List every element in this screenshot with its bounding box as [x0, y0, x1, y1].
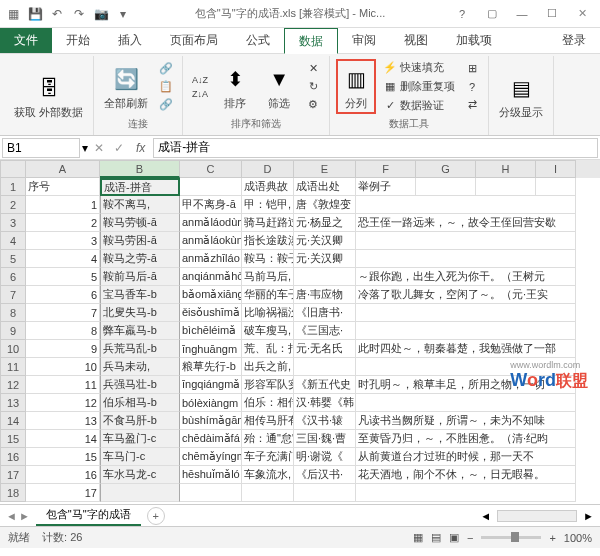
sheet-prev[interactable]: ◄: [6, 510, 17, 522]
maximize-button[interactable]: ☐: [538, 4, 566, 24]
col-header-B[interactable]: B: [100, 160, 180, 178]
cell[interactable]: ～跟你跑，出生入死为你干。（王树元: [356, 268, 576, 286]
cell[interactable]: 明·谢谠《: [294, 448, 356, 466]
cell[interactable]: 鞍不离马,: [100, 196, 180, 214]
cell[interactable]: [180, 178, 242, 196]
outline-button[interactable]: ▤ 分级显示: [495, 70, 547, 120]
zoom-slider[interactable]: [481, 536, 541, 539]
row-header[interactable]: 12: [0, 376, 26, 394]
row-header[interactable]: 6: [0, 268, 26, 286]
cell[interactable]: 凡读书当阙所疑，所谓～，未为不知味: [356, 412, 576, 430]
confirm-icon[interactable]: ✓: [110, 141, 128, 155]
cell[interactable]: [356, 394, 576, 412]
cell[interactable]: [356, 484, 576, 502]
cell[interactable]: 唐·韦应物: [294, 286, 356, 304]
clear-filter[interactable]: ✕: [303, 61, 323, 77]
tab-home[interactable]: 开始: [52, 28, 104, 53]
cell[interactable]: 出兵之前,: [242, 358, 294, 376]
cell[interactable]: 弊车羸马-b: [100, 322, 180, 340]
cell[interactable]: īngqiángmǎ: [180, 376, 242, 394]
row-header[interactable]: 13: [0, 394, 26, 412]
cell[interactable]: anmǎláokùn: [180, 232, 242, 250]
ribbon-toggle[interactable]: ▢: [478, 4, 506, 24]
tab-login[interactable]: 登录: [548, 28, 600, 53]
cell[interactable]: 唐《敦煌变: [294, 196, 356, 214]
sheet-next[interactable]: ►: [19, 510, 30, 522]
hscroll-right[interactable]: ►: [583, 510, 594, 522]
cell[interactable]: 成语出处: [294, 178, 356, 196]
tab-addins[interactable]: 加载项: [442, 28, 506, 53]
row-header[interactable]: 3: [0, 214, 26, 232]
cell[interactable]: 兵荒马乱-b: [100, 340, 180, 358]
save-icon[interactable]: 💾: [26, 5, 44, 23]
cell[interactable]: [536, 178, 576, 196]
name-box[interactable]: B1: [2, 138, 80, 158]
tab-formulas[interactable]: 公式: [232, 28, 284, 53]
row-header[interactable]: 15: [0, 430, 26, 448]
cell[interactable]: [294, 268, 356, 286]
add-sheet[interactable]: +: [147, 507, 165, 525]
sort-button[interactable]: ⬍ 排序: [215, 61, 255, 111]
hscroll-left[interactable]: ◄: [480, 510, 491, 522]
cell[interactable]: 13: [26, 412, 100, 430]
tab-insert[interactable]: 插入: [104, 28, 156, 53]
flash-fill[interactable]: ⚡快速填充: [380, 59, 458, 76]
select-all-corner[interactable]: [0, 160, 26, 178]
cancel-icon[interactable]: ✕: [90, 141, 108, 155]
row-header[interactable]: 10: [0, 340, 26, 358]
row-header[interactable]: 18: [0, 484, 26, 502]
cell[interactable]: 甲：铠甲,: [242, 196, 294, 214]
cell[interactable]: 元·无名氏: [294, 340, 356, 358]
camera-icon[interactable]: 📷: [92, 5, 110, 23]
cell[interactable]: 4: [26, 250, 100, 268]
cell[interactable]: chēmǎyíngm: [180, 448, 242, 466]
cell[interactable]: 2: [26, 214, 100, 232]
cell[interactable]: 三国·魏·曹: [294, 430, 356, 448]
cell[interactable]: [356, 304, 576, 322]
cell[interactable]: [416, 178, 476, 196]
cell[interactable]: 鞍马劳困-ā: [100, 232, 180, 250]
cell[interactable]: [476, 178, 536, 196]
row-header[interactable]: 16: [0, 448, 26, 466]
cell[interactable]: 8: [26, 322, 100, 340]
connections-button[interactable]: 🔗: [156, 61, 176, 77]
edit-links-button[interactable]: 🔗: [156, 97, 176, 113]
tab-view[interactable]: 视图: [390, 28, 442, 53]
cell[interactable]: īnghuāngm: [180, 340, 242, 358]
cell[interactable]: 成语典故: [242, 178, 294, 196]
cell[interactable]: chēdàimǎfá: [180, 430, 242, 448]
cell[interactable]: 破车瘦马,: [242, 322, 294, 340]
reapply-filter[interactable]: ↻: [303, 79, 323, 95]
cell[interactable]: 元·关汉卿: [294, 232, 356, 250]
row-header[interactable]: 11: [0, 358, 26, 376]
minimize-button[interactable]: —: [508, 4, 536, 24]
formula-bar[interactable]: 成语-拼音: [153, 138, 598, 158]
text-to-columns[interactable]: ▥ 分列: [336, 59, 376, 113]
cell[interactable]: 鞍马：鞍子: [242, 250, 294, 268]
cell[interactable]: 《旧唐书·: [294, 304, 356, 322]
close-button[interactable]: ✕: [568, 4, 596, 24]
cell[interactable]: 北叟失马-b: [100, 304, 180, 322]
cell[interactable]: 车马门-c: [100, 448, 180, 466]
col-header-A[interactable]: A: [26, 160, 100, 178]
col-header-G[interactable]: G: [416, 160, 476, 178]
cell[interactable]: 14: [26, 430, 100, 448]
cell[interactable]: 5: [26, 268, 100, 286]
cell[interactable]: 车马盈门-c: [100, 430, 180, 448]
cell[interactable]: [294, 484, 356, 502]
cell[interactable]: [356, 232, 576, 250]
cell[interactable]: 序号: [26, 178, 100, 196]
row-header[interactable]: 7: [0, 286, 26, 304]
cell[interactable]: 11: [26, 376, 100, 394]
cell[interactable]: 相传马肝有: [242, 412, 294, 430]
cell[interactable]: 鞍前马后-ā: [100, 268, 180, 286]
undo-icon[interactable]: ↶: [48, 5, 66, 23]
cell[interactable]: 车水马龙-c: [100, 466, 180, 484]
dropdown-icon[interactable]: ▾: [114, 5, 132, 23]
row-header[interactable]: 1: [0, 178, 26, 196]
cell[interactable]: 指长途跋涉: [242, 232, 294, 250]
cell[interactable]: anqiánmǎhò: [180, 268, 242, 286]
what-if[interactable]: ?: [462, 79, 482, 95]
cell[interactable]: 不食马肝-b: [100, 412, 180, 430]
fx-icon[interactable]: fx: [130, 141, 151, 155]
